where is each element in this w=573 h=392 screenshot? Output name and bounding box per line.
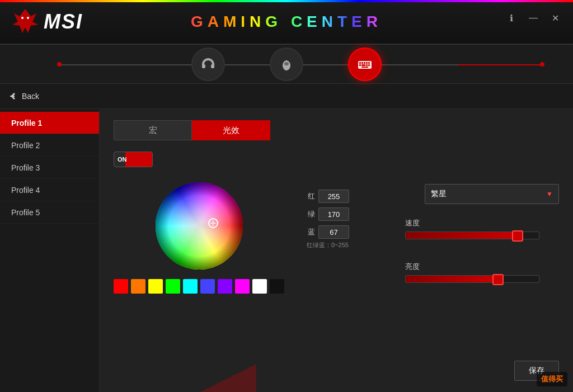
speed-slider-track[interactable] [405, 232, 539, 239]
svg-rect-8 [361, 62, 363, 64]
svg-rect-18 [10, 96, 15, 97]
sidebar-item-profile4[interactable]: Profile 4 [0, 179, 99, 201]
swatch-orange[interactable] [131, 279, 145, 294]
blue-label: 蓝 [307, 227, 315, 237]
swatch-white[interactable] [252, 279, 267, 294]
brightness-slider-fill [406, 276, 499, 282]
svg-rect-13 [361, 64, 365, 66]
tab-macro[interactable]: 宏 [114, 120, 192, 140]
svg-rect-11 [368, 62, 370, 64]
svg-rect-16 [361, 67, 368, 68]
speed-label: 速度 [405, 218, 559, 228]
close-button[interactable]: ✕ [548, 11, 562, 25]
nav-bar: Back [0, 84, 573, 109]
svg-point-1 [21, 17, 24, 19]
right-panel: 繁星 ▼ 速度 亮度 [405, 181, 559, 291]
controls-area: 红 绿 蓝 红绿蓝：0~255 [114, 181, 559, 294]
effect-dropdown[interactable]: 繁星 ▼ [425, 184, 559, 204]
device-tab-headset[interactable] [191, 48, 225, 81]
dropdown-arrow-icon: ▼ [546, 190, 553, 198]
speed-slider-section: 速度 [405, 218, 559, 248]
svg-rect-9 [364, 62, 365, 64]
back-arrow-icon [8, 92, 17, 101]
tab-row: 宏 光效 [114, 120, 559, 140]
effect-dropdown-row: 繁星 ▼ [405, 184, 559, 204]
main-content: 宏 光效 ON [100, 109, 573, 392]
color-wheel[interactable] [154, 181, 244, 271]
svg-rect-7 [359, 62, 361, 64]
back-button[interactable]: Back [8, 92, 39, 101]
swatch-green[interactable] [166, 279, 180, 294]
sidebar-item-profile3[interactable]: Profile 3 [0, 157, 99, 179]
svg-marker-0 [12, 9, 38, 33]
svg-rect-12 [359, 64, 361, 66]
green-input[interactable] [318, 207, 349, 221]
msi-logo-text: MSI [44, 10, 83, 34]
tab-lighting[interactable]: 光效 [192, 120, 270, 140]
red-input[interactable] [318, 190, 349, 203]
app-title: GAMING CENTER [191, 13, 382, 31]
rainbow-bar [0, 0, 573, 2]
toggle-row: ON [114, 152, 559, 167]
sidebar-item-profile2[interactable]: Profile 2 [0, 134, 99, 157]
bottom-deco [200, 364, 312, 392]
toggle-on-label: ON [118, 156, 127, 163]
svg-rect-10 [366, 62, 368, 64]
swatch-red[interactable] [114, 279, 128, 294]
keyboard-icon [356, 56, 373, 73]
power-toggle[interactable]: ON [114, 152, 153, 167]
minimize-button[interactable]: — [527, 11, 540, 25]
red-row: 红 [307, 190, 349, 203]
speed-slider-thumb[interactable] [512, 230, 523, 242]
svg-rect-15 [368, 64, 370, 66]
swatch-magenta[interactable] [235, 279, 250, 294]
green-label: 绿 [307, 209, 315, 219]
sidebar-item-profile1[interactable]: Profile 1 [0, 112, 99, 134]
color-wheel-container [114, 181, 284, 294]
back-label: Back [22, 92, 39, 101]
swatch-black[interactable] [270, 279, 284, 294]
color-swatches [114, 279, 284, 294]
mouse-icon [278, 56, 295, 73]
brightness-slider-track[interactable] [405, 275, 539, 283]
device-tab-mouse[interactable] [270, 48, 303, 81]
msi-dragon-icon [11, 8, 39, 36]
window-controls: ℹ — ✕ [505, 11, 562, 25]
speed-slider-fill [406, 232, 519, 239]
main-layout: Profile 1 Profile 2 Profile 3 Profile 4 … [0, 109, 573, 392]
svg-rect-14 [366, 64, 368, 66]
right-connector-dot [540, 62, 544, 67]
app-header: MSI GAMING CENTER ℹ — ✕ [0, 0, 573, 45]
blue-row: 蓝 [307, 225, 349, 239]
left-connector-dot [57, 62, 62, 67]
brightness-slider-thumb[interactable] [492, 274, 504, 285]
blue-input[interactable] [318, 225, 349, 239]
device-tab-keyboard[interactable] [348, 48, 382, 81]
brightness-label: 亮度 [405, 262, 559, 272]
swatch-purple[interactable] [218, 279, 232, 294]
device-tab-bar [0, 45, 573, 84]
rgb-inputs: 红 绿 蓝 [307, 190, 349, 239]
effect-selected-label: 繁星 [431, 189, 447, 199]
green-row: 绿 [307, 207, 349, 221]
watermark: 值得买 [537, 372, 567, 386]
sidebar-item-profile5[interactable]: Profile 5 [0, 201, 99, 224]
device-accent-line [458, 64, 544, 65]
red-label: 红 [307, 191, 315, 201]
sidebar: Profile 1 Profile 2 Profile 3 Profile 4 … [0, 109, 100, 392]
brightness-slider-section: 亮度 [405, 262, 559, 291]
headset-icon [200, 56, 217, 73]
info-button[interactable]: ℹ [505, 11, 518, 25]
swatch-yellow[interactable] [148, 279, 163, 294]
svg-point-5 [284, 62, 289, 65]
svg-point-2 [27, 17, 29, 19]
logo-area: MSI [11, 8, 83, 36]
toggle-knob [135, 153, 151, 166]
swatch-blue[interactable] [200, 279, 215, 294]
swatch-cyan[interactable] [183, 279, 198, 294]
rgb-hint: 红绿蓝：0~255 [307, 241, 349, 249]
